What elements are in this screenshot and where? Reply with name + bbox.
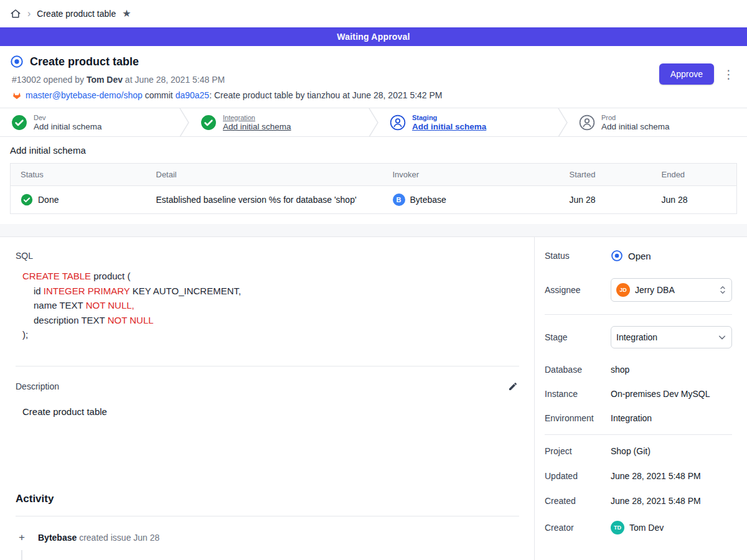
person-circle-icon — [390, 114, 406, 131]
commit-hash-link[interactable]: da90a25 — [176, 90, 210, 100]
status-value: Open — [628, 251, 651, 261]
pipeline-stage-dev[interactable]: DevAdd initial schema — [0, 108, 179, 136]
task-detail: Established baseline version %s for data… — [146, 186, 383, 214]
environment-value: Integration — [611, 413, 652, 423]
instance-value: On-premises Dev MySQL — [611, 389, 710, 399]
task-table: Status Detail Invoker Started Ended Done… — [10, 163, 737, 214]
stage-task-label: Add initial schema — [223, 122, 291, 131]
database-value: shop — [611, 365, 629, 375]
issue-open-status-icon — [10, 55, 24, 68]
breadcrumb: › Create product table ★ — [0, 0, 747, 27]
gitlab-icon — [12, 91, 22, 100]
task-section-title: Add initial schema — [10, 145, 737, 156]
check-circle-icon — [11, 114, 27, 131]
table-header-invoker: Invoker — [383, 164, 560, 186]
task-table-row[interactable]: Done Established baseline version %s for… — [11, 186, 737, 214]
approve-button[interactable]: Approve — [659, 63, 714, 85]
divider — [16, 366, 519, 366]
chevron-right-icon: › — [27, 9, 31, 19]
task-started: Jun 28 — [560, 186, 652, 214]
sql-label: SQL — [16, 251, 519, 261]
issue-title: Create product table — [30, 55, 139, 68]
table-header-started: Started — [560, 164, 652, 186]
assignee-avatar: JD — [616, 283, 630, 297]
issue-author: Tom Dev — [87, 75, 123, 85]
description-label: Description — [16, 381, 59, 391]
commit-message: : Create product table by tianzhou at Ju… — [209, 90, 442, 100]
pipeline-stage-staging[interactable]: StagingAdd initial schema — [378, 108, 558, 136]
approval-banner: Waiting Approval — [0, 27, 747, 46]
done-check-icon — [21, 194, 33, 206]
breadcrumb-page-title[interactable]: Create product table — [37, 9, 116, 19]
assignee-value: Jerry DBA — [635, 285, 714, 295]
home-icon[interactable] — [10, 8, 21, 19]
updated-label: Updated — [545, 471, 611, 481]
sql-code-block: CREATE TABLE product ( id INTEGER PRIMAR… — [22, 269, 519, 342]
table-header-detail: Detail — [146, 164, 383, 186]
sidebar-row-instance: Instance On-premises Dev MySQL — [545, 389, 732, 399]
sql-line: CREATE TABLE product ( — [22, 269, 519, 284]
stage-select[interactable]: Integration — [611, 326, 732, 348]
issue-detail-main: SQL CREATE TABLE product ( id INTEGER PR… — [0, 237, 534, 560]
sidebar-row-project: Project Shop (Git) — [545, 446, 732, 456]
task-status: Done — [38, 195, 59, 205]
environment-label: Environment — [545, 413, 611, 423]
timeline-line — [21, 550, 22, 560]
commit-text: master@bytebase-demo/shop commit da90a25… — [26, 90, 443, 100]
commit-word: commit — [143, 90, 176, 100]
creator-avatar: TD — [611, 521, 624, 534]
star-icon[interactable]: ★ — [122, 9, 131, 19]
divider — [545, 434, 732, 435]
activity-action: created issue — [77, 533, 133, 543]
plus-icon: + — [16, 531, 28, 544]
stage-separator-icon — [369, 108, 378, 136]
updated-value: June 28, 2021 5:48 PM — [611, 471, 701, 481]
activity-item: + Bytebase created issue Jun 28 — [16, 531, 519, 544]
commit-line: master@bytebase-demo/shop commit da90a25… — [12, 90, 732, 100]
stage-env-label: Dev — [34, 114, 102, 121]
created-value: June 28, 2021 5:48 PM — [611, 496, 701, 506]
sidebar-row-status: Status Open — [545, 250, 732, 262]
stage-env-label: Staging — [412, 114, 486, 121]
status-label: Status — [545, 251, 611, 261]
divider — [545, 314, 732, 315]
assignee-select[interactable]: JD Jerry DBA — [611, 278, 732, 302]
sql-line: ); — [22, 327, 519, 342]
description-content: Create product table — [22, 406, 519, 417]
overflow-menu-icon[interactable]: ⋮ — [723, 68, 735, 80]
project-label: Project — [545, 446, 611, 456]
sidebar-row-environment: Environment Integration — [545, 413, 732, 423]
pipeline-stage-bar: DevAdd initial schema IntegrationAdd ini… — [0, 108, 747, 137]
sql-line: id INTEGER PRIMARY KEY AUTO_INCREMENT, — [22, 284, 519, 299]
pipeline-stage-prod[interactable]: ProdAdd initial schema — [568, 108, 747, 136]
sql-line: name TEXT NOT NULL, — [22, 298, 519, 313]
stage-task-label: Add initial schema — [412, 122, 486, 131]
issue-meta: #13002 opened by Tom Dev at June 28, 202… — [12, 75, 732, 85]
issue-header: Create product table #13002 opened by To… — [0, 46, 747, 108]
creator-label: Creator — [545, 523, 611, 533]
issue-meta-suffix: at June 28, 2021 5:48 PM — [123, 75, 225, 85]
sidebar-row-updated: Updated June 28, 2021 5:48 PM — [545, 471, 732, 481]
stage-value: Integration — [616, 332, 713, 342]
created-label: Created — [545, 496, 611, 506]
project-value: Shop (Git) — [611, 446, 651, 456]
stage-separator-icon — [179, 108, 189, 136]
task-ended: Jun 28 — [652, 186, 737, 214]
stage-separator-icon — [558, 108, 568, 136]
stage-label: Stage — [545, 332, 611, 342]
stage-env-label: Prod — [601, 114, 670, 121]
chevron-updown-icon — [719, 284, 726, 296]
table-header-status: Status — [11, 164, 146, 186]
activity-time: Jun 28 — [133, 533, 159, 543]
stage-task-label: Add initial schema — [34, 122, 102, 131]
edit-pencil-icon[interactable] — [507, 380, 519, 393]
sidebar-row-creator: Creator TD Tom Dev — [545, 521, 732, 534]
stage-task-label: Add initial schema — [601, 122, 670, 131]
issue-meta-prefix: #13002 opened by — [12, 75, 87, 85]
activity-author: Bytebase — [38, 533, 77, 543]
sidebar-row-created: Created June 28, 2021 5:48 PM — [545, 496, 732, 506]
repo-branch-link[interactable]: master@bytebase-demo/shop — [26, 90, 143, 100]
pipeline-stage-integration[interactable]: IntegrationAdd initial schema — [189, 108, 369, 136]
stage-env-label: Integration — [223, 114, 291, 121]
task-invoker: Bytebase — [410, 195, 446, 205]
